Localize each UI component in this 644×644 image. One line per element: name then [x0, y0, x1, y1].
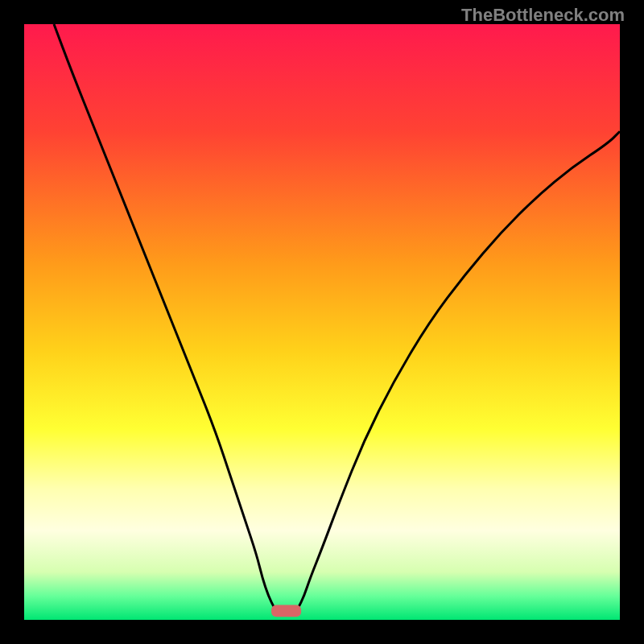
chart-svg [24, 24, 620, 620]
gradient-background [24, 24, 620, 620]
bottom-marker [271, 605, 301, 617]
watermark-text: TheBottleneck.com [461, 5, 625, 26]
plot-area [24, 24, 620, 620]
